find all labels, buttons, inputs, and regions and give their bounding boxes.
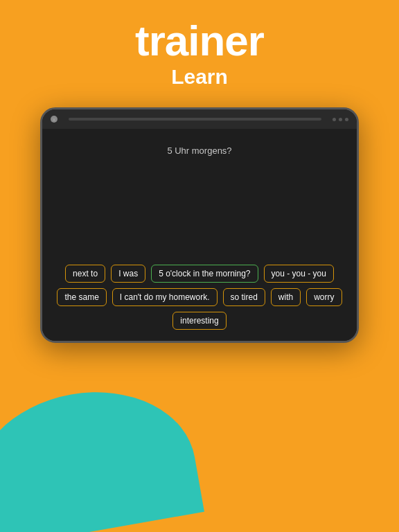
- chip-cant-do-homework[interactable]: I can't do my homework.: [112, 288, 218, 306]
- close-button[interactable]: x: [51, 116, 57, 123]
- chips-row-2: the same I can't do my homework. so tire…: [57, 288, 342, 306]
- address-bar: [69, 118, 321, 121]
- tablet-top-bar: x: [42, 109, 357, 129]
- tablet-frame: x 5 Uhr morgens? next to I was 5 o'clock…: [40, 107, 359, 343]
- tablet-dot-3: [345, 118, 348, 121]
- chip-worry[interactable]: worry: [306, 288, 342, 306]
- tablet-dot-1: [332, 118, 336, 121]
- chip-5-oclock[interactable]: 5 o'clock in the morning?: [151, 265, 258, 283]
- app-subtitle: Learn: [0, 65, 399, 89]
- chip-with[interactable]: with: [271, 288, 301, 306]
- tablet-dot-2: [339, 118, 342, 121]
- tablet-screen: 5 Uhr morgens? next to I was 5 o'clock i…: [42, 129, 357, 341]
- chips-row-1: next to I was 5 o'clock in the morning? …: [65, 265, 334, 283]
- chip-i-was[interactable]: I was: [111, 265, 145, 283]
- chips-row-3: interesting: [172, 312, 226, 330]
- chip-next-to[interactable]: next to: [65, 265, 105, 283]
- tablet-container: x 5 Uhr morgens? next to I was 5 o'clock…: [40, 107, 359, 343]
- tablet-dots: [332, 118, 348, 121]
- word-chips-area: next to I was 5 o'clock in the morning? …: [42, 265, 357, 330]
- chip-you-you-you[interactable]: you - you - you: [264, 265, 334, 283]
- question-text: 5 Uhr morgens?: [167, 145, 231, 156]
- chip-interesting[interactable]: interesting: [172, 312, 226, 330]
- chip-so-tired[interactable]: so tired: [223, 288, 265, 306]
- header: trainer Learn: [0, 0, 399, 89]
- chip-the-same[interactable]: the same: [57, 288, 106, 306]
- app-title: trainer: [0, 19, 399, 62]
- close-icon: x: [53, 116, 55, 123]
